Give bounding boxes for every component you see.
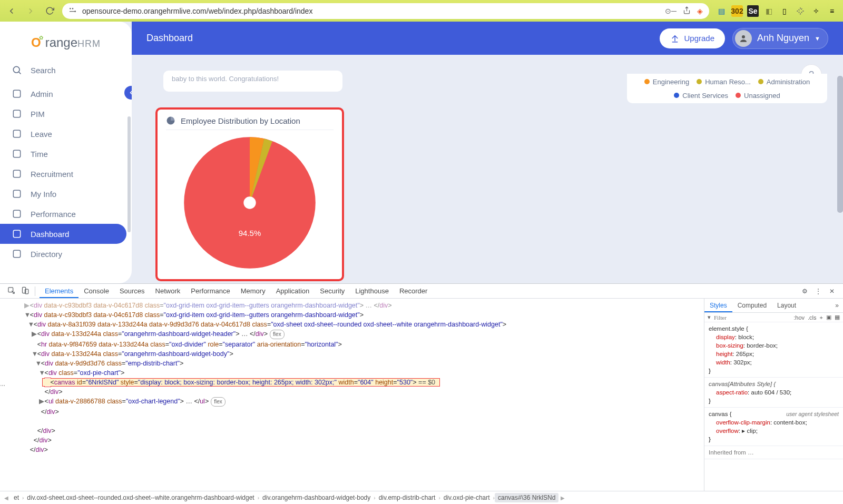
breadcrumb-node[interactable]: canvas#\36 NrklSNd — [495, 493, 558, 502]
selenium-icon[interactable]: Se — [747, 5, 759, 17]
dom-node[interactable]: ▶<div data-v-133d244a class="orangehrm-d… — [9, 329, 704, 340]
dom-node[interactable]: </div> — [9, 407, 704, 417]
breadcrumb-node[interactable]: div.oxd-sheet.oxd-sheet--rounded.oxd-she… — [24, 493, 257, 502]
elements-panel[interactable]: ⋯ ▶<div data-v-c93bdbf3 data-v-04c617d8 … — [0, 299, 704, 491]
back-button[interactable] — [5, 5, 18, 17]
computed-panel-icon[interactable]: ▣ — [826, 314, 831, 321]
share-icon[interactable] — [683, 6, 691, 16]
inherited-label: Inherited from … — [704, 446, 843, 459]
ext-icon-4[interactable]: ▯ — [779, 5, 790, 17]
dom-node[interactable]: </div> — [9, 426, 704, 436]
filter-icon: ▾ — [708, 314, 711, 321]
sidebar-scrollbar[interactable] — [128, 116, 131, 232]
ext-icon-3[interactable]: ◧ — [763, 5, 775, 17]
reload-button[interactable] — [43, 5, 56, 17]
dom-node[interactable]: </div> — [9, 436, 704, 445]
close-devtools-icon[interactable]: ✕ — [826, 288, 838, 295]
box-model-icon[interactable]: ▦ — [835, 314, 840, 321]
user-name: Anh Nguyen — [757, 33, 809, 44]
new-rule-icon[interactable]: + — [820, 314, 823, 321]
more-styles-icon[interactable]: » — [831, 302, 843, 309]
legend-widget: EngineeringHuman Reso...AdministrationCl… — [627, 74, 827, 103]
dom-node[interactable]: <hr data-v-9f847659 data-v-133d244a clas… — [9, 340, 704, 349]
site-settings-icon[interactable] — [68, 6, 77, 16]
sidebar-item-recruitment[interactable]: Recruitment — [0, 164, 126, 184]
devtools-tab-recorder[interactable]: Recorder — [394, 284, 433, 298]
sidebar-item-directory[interactable]: Directory — [0, 244, 126, 264]
css-rule[interactable]: element.style {display: block;box-sizing… — [704, 322, 843, 378]
ext-icon-1[interactable]: ▤ — [715, 5, 727, 17]
forward-button[interactable] — [24, 5, 37, 17]
ext-badge[interactable]: 302 — [731, 5, 743, 17]
key-icon[interactable]: ⊙─ — [665, 7, 677, 15]
svg-rect-14 — [13, 250, 20, 257]
devtools-tab-application[interactable]: Application — [271, 284, 315, 298]
extensions-icon[interactable] — [795, 5, 806, 17]
sidebar-item-my-info[interactable]: My Info — [0, 184, 126, 204]
sidebar-item-performance[interactable]: Performance — [0, 204, 126, 224]
devtools-tab-sources[interactable]: Sources — [114, 284, 150, 298]
browser-toolbar: opensource-demo.orangehrmlive.com/web/in… — [0, 0, 843, 22]
svg-rect-11 — [13, 190, 20, 197]
devtools-tab-lighthouse[interactable]: Lighthouse — [350, 284, 394, 298]
breadcrumb-right[interactable]: ▶ — [561, 495, 565, 501]
breadcrumb-node[interactable]: et — [11, 493, 22, 502]
sidebar-item-time[interactable]: Time — [0, 144, 126, 164]
devtools-tab-elements[interactable]: Elements — [40, 284, 79, 298]
content-scrollbar-track — [837, 55, 843, 283]
url-bar[interactable]: opensource-demo.orangehrmlive.com/web/in… — [62, 3, 709, 19]
upgrade-button[interactable]: Upgrade — [660, 28, 725, 48]
overflow-indicator[interactable]: ⋯ — [0, 382, 7, 389]
content-scrollbar-thumb[interactable] — [837, 76, 843, 213]
sidebar-item-admin[interactable]: Admin — [0, 84, 126, 104]
inspect-icon[interactable] — [5, 286, 17, 296]
dom-node[interactable]: ▼<div data-v-9d9d3d76 class="emp-distrib… — [9, 359, 704, 368]
more-icon[interactable]: ⋮ — [812, 288, 824, 295]
styles-tab-layout[interactable]: Layout — [772, 299, 801, 312]
svg-point-2 — [75, 11, 75, 12]
breadcrumb-node[interactable]: div.emp-distrib-chart — [376, 493, 439, 502]
styles-tab-computed[interactable]: Computed — [732, 299, 772, 312]
breadcrumb-left[interactable]: ◀ — [4, 495, 8, 501]
devtools-tab-network[interactable]: Network — [150, 284, 186, 298]
devtools-tab-memory[interactable]: Memory — [236, 284, 271, 298]
dom-node[interactable]: ▶<ul data-v-28866788 class="oxd-chart-le… — [9, 397, 704, 407]
legend-item: Client Services — [674, 92, 728, 100]
dom-node[interactable]: </div> — [9, 445, 704, 454]
user-menu[interactable]: Anh Nguyen ▼ — [732, 28, 828, 49]
search-label: Search — [31, 66, 56, 75]
filter-input[interactable] — [714, 314, 790, 321]
dom-node[interactable]: ▼<div class="oxd-pie-chart"> — [9, 368, 704, 378]
legend-item: Administration — [758, 78, 810, 86]
sidebar-item-leave[interactable]: Leave — [0, 124, 126, 144]
dom-breadcrumb[interactable]: ◀ et›div.oxd-sheet.oxd-sheet--rounded.ox… — [0, 491, 843, 504]
sidebar-search[interactable]: Search — [0, 60, 132, 81]
bookmark-icon[interactable]: ✧ — [810, 5, 822, 17]
devtools-tab-security[interactable]: Security — [315, 284, 350, 298]
cls-toggle[interactable]: .cls — [808, 314, 817, 321]
css-rule[interactable]: canvas {user agent stylesheetoverflow-cl… — [704, 408, 843, 446]
hov-toggle[interactable]: :hov — [793, 314, 805, 321]
sidebar-item-dashboard[interactable]: Dashboard — [0, 224, 126, 244]
sidebar-item-pim[interactable]: PIM — [0, 104, 126, 124]
brave-shield-icon[interactable]: ◈ — [697, 7, 703, 15]
dom-node[interactable]: ▼<div data-v-c93bdbf3 data-v-04c617d8 cl… — [9, 310, 704, 320]
dom-node[interactable] — [9, 417, 704, 426]
device-icon[interactable] — [19, 286, 31, 296]
nav-icon — [12, 189, 22, 199]
settings-icon[interactable]: ⚙ — [799, 288, 810, 295]
css-rule[interactable]: canvas[Attributes Style] {aspect-ratio: … — [704, 378, 843, 408]
breadcrumb-node[interactable]: div.oxd-pie-chart — [440, 493, 493, 502]
devtools-tab-performance[interactable]: Performance — [185, 284, 235, 298]
dom-node[interactable]: <canvas id="6NrklSNd" style="display: bl… — [9, 378, 704, 387]
legend-item: Unassigned — [736, 92, 780, 100]
devtools-tab-console[interactable]: Console — [79, 284, 114, 298]
dom-node[interactable]: ▼<div data-v-133d244a class="orangehrm-d… — [9, 349, 704, 359]
menu-icon[interactable]: ≡ — [826, 5, 838, 17]
dom-node[interactable]: ▼<div data-v-8a31f039 data-v-133d244a da… — [9, 320, 704, 329]
buzz-widget-fragment: baby to this world. Congratulations! — [163, 71, 342, 92]
styles-tab-styles[interactable]: Styles — [704, 299, 732, 312]
dom-node[interactable]: </div> — [9, 387, 704, 397]
breadcrumb-node[interactable]: div.orangehrm-dashboard-widget-body — [259, 493, 374, 502]
dom-node[interactable]: ▶<div data-v-c93bdbf3 data-v-04c617d8 cl… — [9, 301, 704, 310]
